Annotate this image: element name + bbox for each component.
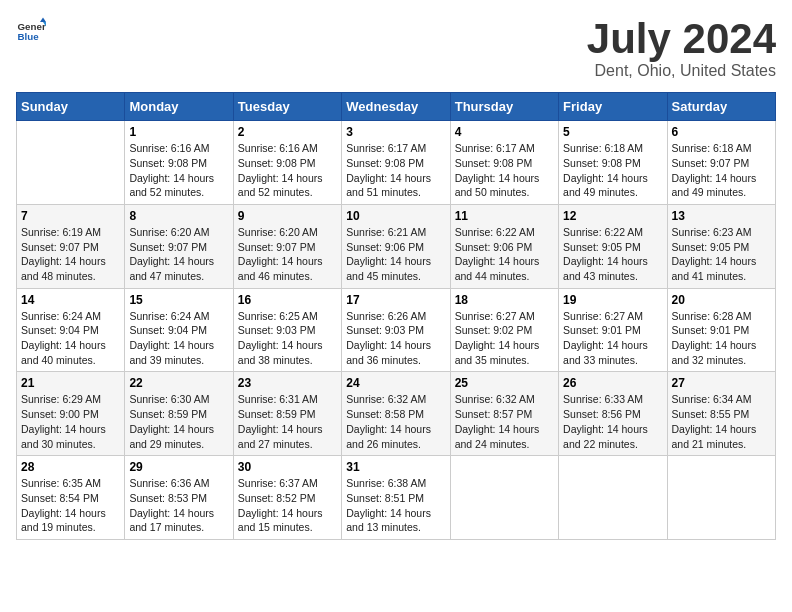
day-number: 23 xyxy=(238,376,337,390)
table-row: 7Sunrise: 6:19 AM Sunset: 9:07 PM Daylig… xyxy=(17,204,125,288)
day-info: Sunrise: 6:28 AM Sunset: 9:01 PM Dayligh… xyxy=(672,309,771,368)
table-row: 9Sunrise: 6:20 AM Sunset: 9:07 PM Daylig… xyxy=(233,204,341,288)
svg-marker-2 xyxy=(40,18,46,23)
table-row: 19Sunrise: 6:27 AM Sunset: 9:01 PM Dayli… xyxy=(559,288,667,372)
day-number: 2 xyxy=(238,125,337,139)
table-row xyxy=(559,456,667,540)
col-saturday: Saturday xyxy=(667,93,775,121)
day-info: Sunrise: 6:31 AM Sunset: 8:59 PM Dayligh… xyxy=(238,392,337,451)
table-row: 26Sunrise: 6:33 AM Sunset: 8:56 PM Dayli… xyxy=(559,372,667,456)
col-friday: Friday xyxy=(559,93,667,121)
calendar-week-row: 28Sunrise: 6:35 AM Sunset: 8:54 PM Dayli… xyxy=(17,456,776,540)
table-row: 22Sunrise: 6:30 AM Sunset: 8:59 PM Dayli… xyxy=(125,372,233,456)
day-info: Sunrise: 6:29 AM Sunset: 9:00 PM Dayligh… xyxy=(21,392,120,451)
table-row: 2Sunrise: 6:16 AM Sunset: 9:08 PM Daylig… xyxy=(233,121,341,205)
table-row: 17Sunrise: 6:26 AM Sunset: 9:03 PM Dayli… xyxy=(342,288,450,372)
table-row: 12Sunrise: 6:22 AM Sunset: 9:05 PM Dayli… xyxy=(559,204,667,288)
day-info: Sunrise: 6:24 AM Sunset: 9:04 PM Dayligh… xyxy=(21,309,120,368)
day-number: 22 xyxy=(129,376,228,390)
day-number: 7 xyxy=(21,209,120,223)
day-number: 17 xyxy=(346,293,445,307)
day-number: 9 xyxy=(238,209,337,223)
day-info: Sunrise: 6:23 AM Sunset: 9:05 PM Dayligh… xyxy=(672,225,771,284)
calendar-table: Sunday Monday Tuesday Wednesday Thursday… xyxy=(16,92,776,540)
day-number: 31 xyxy=(346,460,445,474)
day-info: Sunrise: 6:17 AM Sunset: 9:08 PM Dayligh… xyxy=(455,141,554,200)
table-row: 28Sunrise: 6:35 AM Sunset: 8:54 PM Dayli… xyxy=(17,456,125,540)
day-number: 14 xyxy=(21,293,120,307)
day-number: 28 xyxy=(21,460,120,474)
table-row: 16Sunrise: 6:25 AM Sunset: 9:03 PM Dayli… xyxy=(233,288,341,372)
day-info: Sunrise: 6:33 AM Sunset: 8:56 PM Dayligh… xyxy=(563,392,662,451)
day-number: 10 xyxy=(346,209,445,223)
day-info: Sunrise: 6:17 AM Sunset: 9:08 PM Dayligh… xyxy=(346,141,445,200)
calendar-week-row: 21Sunrise: 6:29 AM Sunset: 9:00 PM Dayli… xyxy=(17,372,776,456)
day-number: 19 xyxy=(563,293,662,307)
day-info: Sunrise: 6:37 AM Sunset: 8:52 PM Dayligh… xyxy=(238,476,337,535)
day-number: 18 xyxy=(455,293,554,307)
title-area: July 2024 Dent, Ohio, United States xyxy=(587,16,776,80)
day-info: Sunrise: 6:20 AM Sunset: 9:07 PM Dayligh… xyxy=(238,225,337,284)
table-row: 4Sunrise: 6:17 AM Sunset: 9:08 PM Daylig… xyxy=(450,121,558,205)
svg-text:General: General xyxy=(18,21,47,32)
day-info: Sunrise: 6:30 AM Sunset: 8:59 PM Dayligh… xyxy=(129,392,228,451)
table-row: 24Sunrise: 6:32 AM Sunset: 8:58 PM Dayli… xyxy=(342,372,450,456)
day-number: 26 xyxy=(563,376,662,390)
table-row: 15Sunrise: 6:24 AM Sunset: 9:04 PM Dayli… xyxy=(125,288,233,372)
svg-text:Blue: Blue xyxy=(18,31,40,42)
col-sunday: Sunday xyxy=(17,93,125,121)
calendar-header-row: Sunday Monday Tuesday Wednesday Thursday… xyxy=(17,93,776,121)
day-number: 6 xyxy=(672,125,771,139)
day-info: Sunrise: 6:36 AM Sunset: 8:53 PM Dayligh… xyxy=(129,476,228,535)
calendar-title: July 2024 xyxy=(587,16,776,62)
day-info: Sunrise: 6:35 AM Sunset: 8:54 PM Dayligh… xyxy=(21,476,120,535)
day-number: 8 xyxy=(129,209,228,223)
day-info: Sunrise: 6:26 AM Sunset: 9:03 PM Dayligh… xyxy=(346,309,445,368)
table-row xyxy=(667,456,775,540)
header: General Blue July 2024 Dent, Ohio, Unite… xyxy=(16,16,776,80)
day-number: 29 xyxy=(129,460,228,474)
table-row: 27Sunrise: 6:34 AM Sunset: 8:55 PM Dayli… xyxy=(667,372,775,456)
calendar-week-row: 7Sunrise: 6:19 AM Sunset: 9:07 PM Daylig… xyxy=(17,204,776,288)
day-info: Sunrise: 6:32 AM Sunset: 8:57 PM Dayligh… xyxy=(455,392,554,451)
table-row: 21Sunrise: 6:29 AM Sunset: 9:00 PM Dayli… xyxy=(17,372,125,456)
day-number: 12 xyxy=(563,209,662,223)
table-row: 25Sunrise: 6:32 AM Sunset: 8:57 PM Dayli… xyxy=(450,372,558,456)
logo: General Blue xyxy=(16,16,46,46)
table-row xyxy=(17,121,125,205)
table-row: 5Sunrise: 6:18 AM Sunset: 9:08 PM Daylig… xyxy=(559,121,667,205)
day-number: 15 xyxy=(129,293,228,307)
logo-icon: General Blue xyxy=(16,16,46,46)
day-number: 1 xyxy=(129,125,228,139)
table-row: 29Sunrise: 6:36 AM Sunset: 8:53 PM Dayli… xyxy=(125,456,233,540)
day-info: Sunrise: 6:16 AM Sunset: 9:08 PM Dayligh… xyxy=(129,141,228,200)
day-info: Sunrise: 6:24 AM Sunset: 9:04 PM Dayligh… xyxy=(129,309,228,368)
day-number: 20 xyxy=(672,293,771,307)
day-number: 13 xyxy=(672,209,771,223)
table-row: 30Sunrise: 6:37 AM Sunset: 8:52 PM Dayli… xyxy=(233,456,341,540)
day-info: Sunrise: 6:18 AM Sunset: 9:07 PM Dayligh… xyxy=(672,141,771,200)
calendar-week-row: 1Sunrise: 6:16 AM Sunset: 9:08 PM Daylig… xyxy=(17,121,776,205)
table-row: 31Sunrise: 6:38 AM Sunset: 8:51 PM Dayli… xyxy=(342,456,450,540)
day-number: 5 xyxy=(563,125,662,139)
day-info: Sunrise: 6:21 AM Sunset: 9:06 PM Dayligh… xyxy=(346,225,445,284)
calendar-week-row: 14Sunrise: 6:24 AM Sunset: 9:04 PM Dayli… xyxy=(17,288,776,372)
day-info: Sunrise: 6:19 AM Sunset: 9:07 PM Dayligh… xyxy=(21,225,120,284)
table-row xyxy=(450,456,558,540)
day-info: Sunrise: 6:25 AM Sunset: 9:03 PM Dayligh… xyxy=(238,309,337,368)
table-row: 11Sunrise: 6:22 AM Sunset: 9:06 PM Dayli… xyxy=(450,204,558,288)
table-row: 23Sunrise: 6:31 AM Sunset: 8:59 PM Dayli… xyxy=(233,372,341,456)
day-info: Sunrise: 6:32 AM Sunset: 8:58 PM Dayligh… xyxy=(346,392,445,451)
day-info: Sunrise: 6:27 AM Sunset: 9:01 PM Dayligh… xyxy=(563,309,662,368)
table-row: 13Sunrise: 6:23 AM Sunset: 9:05 PM Dayli… xyxy=(667,204,775,288)
col-tuesday: Tuesday xyxy=(233,93,341,121)
day-number: 16 xyxy=(238,293,337,307)
day-info: Sunrise: 6:20 AM Sunset: 9:07 PM Dayligh… xyxy=(129,225,228,284)
day-number: 27 xyxy=(672,376,771,390)
table-row: 1Sunrise: 6:16 AM Sunset: 9:08 PM Daylig… xyxy=(125,121,233,205)
day-info: Sunrise: 6:22 AM Sunset: 9:06 PM Dayligh… xyxy=(455,225,554,284)
table-row: 8Sunrise: 6:20 AM Sunset: 9:07 PM Daylig… xyxy=(125,204,233,288)
day-number: 11 xyxy=(455,209,554,223)
calendar-subtitle: Dent, Ohio, United States xyxy=(587,62,776,80)
day-info: Sunrise: 6:16 AM Sunset: 9:08 PM Dayligh… xyxy=(238,141,337,200)
